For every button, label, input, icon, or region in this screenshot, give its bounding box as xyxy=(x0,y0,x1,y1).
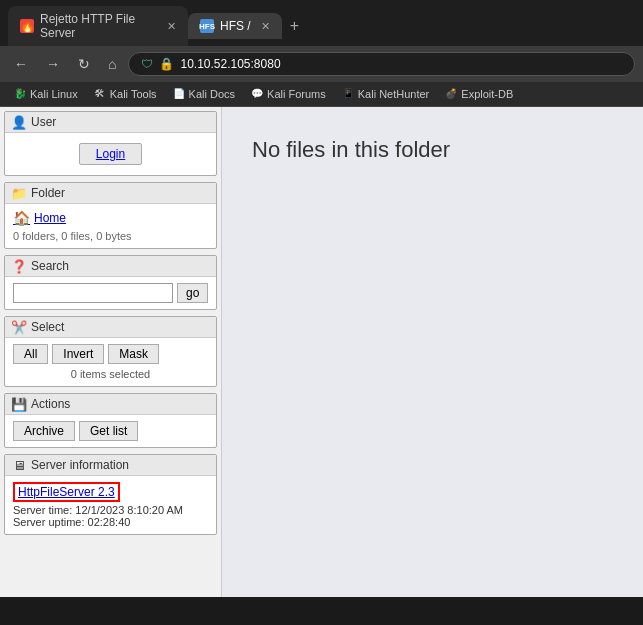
search-icon: ❓ xyxy=(11,258,27,274)
kali-forums-label: Kali Forums xyxy=(267,88,326,100)
bookmark-kali-nethunter[interactable]: 📱 Kali NetHunter xyxy=(336,86,436,102)
server-uptime: Server uptime: 02:28:40 xyxy=(13,516,208,528)
kali-linux-icon: 🐉 xyxy=(14,88,26,100)
rejetto-favicon: 🔥 xyxy=(20,19,34,33)
bookmark-exploit-db[interactable]: 💣 Exploit-DB xyxy=(439,86,519,102)
kali-tools-label: Kali Tools xyxy=(110,88,157,100)
page-content: 👤 User Login 📁 Folder 🏠 Home 0 folders, … xyxy=(0,107,643,597)
invert-button[interactable]: Invert xyxy=(52,344,104,364)
select-buttons: All Invert Mask xyxy=(13,344,208,364)
sidebar: 👤 User Login 📁 Folder 🏠 Home 0 folders, … xyxy=(0,107,222,597)
home-folder-icon: 🏠 xyxy=(13,210,30,226)
tab-bar: 🔥 Rejetto HTTP File Server ✕ HFS HFS / ✕… xyxy=(0,0,643,46)
bookmark-kali-linux[interactable]: 🐉 Kali Linux xyxy=(8,86,84,102)
search-panel-title: Search xyxy=(31,259,69,273)
exploit-db-icon: 💣 xyxy=(445,88,457,100)
server-icon: 🖥 xyxy=(11,457,27,473)
bookmarks-bar: 🐉 Kali Linux 🛠 Kali Tools 📄 Kali Docs 💬 … xyxy=(0,82,643,107)
go-button[interactable]: go xyxy=(177,283,208,303)
tab-rejetto[interactable]: 🔥 Rejetto HTTP File Server ✕ xyxy=(8,6,188,46)
search-panel-header: ❓ Search xyxy=(5,256,216,277)
login-button[interactable]: Login xyxy=(79,143,142,165)
get-list-button[interactable]: Get list xyxy=(79,421,138,441)
select-panel-header: ✂️ Select xyxy=(5,317,216,338)
server-panel-body: HttpFileServer 2.3 Server time: 12/1/202… xyxy=(5,476,216,534)
server-link[interactable]: HttpFileServer 2.3 xyxy=(13,482,120,502)
actions-icon: 💾 xyxy=(11,396,27,412)
user-panel-header: 👤 User xyxy=(5,112,216,133)
server-time: Server time: 12/1/2023 8:10:20 AM xyxy=(13,504,208,516)
kali-nethunter-icon: 📱 xyxy=(342,88,354,100)
tab-hfs[interactable]: HFS HFS / ✕ xyxy=(188,13,282,39)
no-files-message: No files in this folder xyxy=(252,137,613,163)
forward-button[interactable]: → xyxy=(40,53,66,75)
bookmark-kali-forums[interactable]: 💬 Kali Forums xyxy=(245,86,332,102)
kali-docs-icon: 📄 xyxy=(173,88,185,100)
folder-panel-title: Folder xyxy=(31,186,65,200)
shield-icon: 🛡 xyxy=(141,57,153,71)
search-panel-body: go xyxy=(5,277,216,309)
tab-rejetto-close[interactable]: ✕ xyxy=(167,20,176,33)
folder-panel-header: 📁 Folder xyxy=(5,183,216,204)
kali-linux-label: Kali Linux xyxy=(30,88,78,100)
folder-icon: 📁 xyxy=(11,185,27,201)
actions-panel-title: Actions xyxy=(31,397,70,411)
address-bar[interactable]: 🛡 🔒 10.10.52.105:8080 xyxy=(128,52,635,76)
server-panel: 🖥 Server information HttpFileServer 2.3 … xyxy=(4,454,217,535)
main-content: No files in this folder xyxy=(222,107,643,597)
browser-chrome: 🔥 Rejetto HTTP File Server ✕ HFS HFS / ✕… xyxy=(0,0,643,107)
select-panel-title: Select xyxy=(31,320,64,334)
user-panel-title: User xyxy=(31,115,56,129)
home-link[interactable]: 🏠 Home xyxy=(13,210,208,226)
all-button[interactable]: All xyxy=(13,344,48,364)
bookmark-kali-tools[interactable]: 🛠 Kali Tools xyxy=(88,86,163,102)
folder-info: 0 folders, 0 files, 0 bytes xyxy=(13,230,208,242)
address-text: 10.10.52.105:8080 xyxy=(180,57,280,71)
new-tab-button[interactable]: + xyxy=(282,13,307,39)
folder-panel: 📁 Folder 🏠 Home 0 folders, 0 files, 0 by… xyxy=(4,182,217,249)
mask-button[interactable]: Mask xyxy=(108,344,159,364)
select-info: 0 items selected xyxy=(13,368,208,380)
back-button[interactable]: ← xyxy=(8,53,34,75)
tab-hfs-close[interactable]: ✕ xyxy=(261,20,270,33)
nav-bar: ← → ↻ ⌂ 🛡 🔒 10.10.52.105:8080 xyxy=(0,46,643,82)
search-input[interactable] xyxy=(13,283,173,303)
select-icon: ✂️ xyxy=(11,319,27,335)
tab-rejetto-label: Rejetto HTTP File Server xyxy=(40,12,157,40)
home-label: Home xyxy=(34,211,66,225)
archive-button[interactable]: Archive xyxy=(13,421,75,441)
kali-nethunter-label: Kali NetHunter xyxy=(358,88,430,100)
actions-panel: 💾 Actions Archive Get list xyxy=(4,393,217,448)
reload-button[interactable]: ↻ xyxy=(72,53,96,75)
select-panel-body: All Invert Mask 0 items selected xyxy=(5,338,216,386)
kali-tools-icon: 🛠 xyxy=(94,88,106,100)
exploit-db-label: Exploit-DB xyxy=(461,88,513,100)
kali-docs-label: Kali Docs xyxy=(189,88,235,100)
search-row: go xyxy=(13,283,208,303)
server-panel-header: 🖥 Server information xyxy=(5,455,216,476)
bookmark-kali-docs[interactable]: 📄 Kali Docs xyxy=(167,86,241,102)
user-panel: 👤 User Login xyxy=(4,111,217,176)
server-panel-title: Server information xyxy=(31,458,129,472)
actions-panel-header: 💾 Actions xyxy=(5,394,216,415)
actions-panel-body: Archive Get list xyxy=(5,415,216,447)
kali-forums-icon: 💬 xyxy=(251,88,263,100)
lock-icon: 🔒 xyxy=(159,57,174,71)
folder-panel-body: 🏠 Home 0 folders, 0 files, 0 bytes xyxy=(5,204,216,248)
search-panel: ❓ Search go xyxy=(4,255,217,310)
action-buttons: Archive Get list xyxy=(13,421,208,441)
user-icon: 👤 xyxy=(11,114,27,130)
tab-hfs-label: HFS / xyxy=(220,19,251,33)
home-button[interactable]: ⌂ xyxy=(102,53,122,75)
hfs-favicon: HFS xyxy=(200,19,214,33)
user-panel-body: Login xyxy=(5,133,216,175)
select-panel: ✂️ Select All Invert Mask 0 items select… xyxy=(4,316,217,387)
